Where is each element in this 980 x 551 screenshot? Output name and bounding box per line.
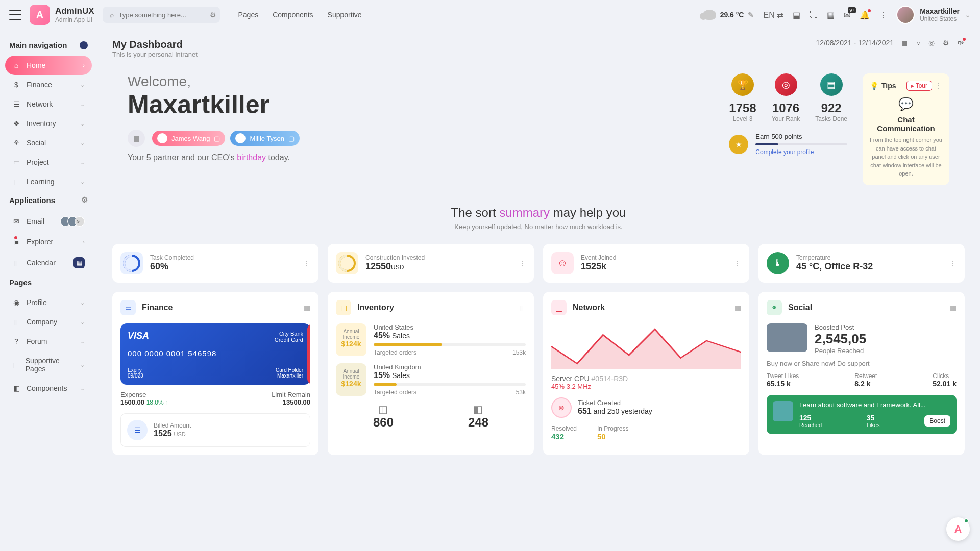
credit-card[interactable]: VISA City BankCredit Card 000 0000 0001 … xyxy=(120,323,310,385)
user-menu[interactable]: Maxartkiller United States ⌄ xyxy=(896,6,971,24)
income-box-2: AnnualIncome$124k xyxy=(336,363,366,396)
learn-image xyxy=(773,401,793,421)
welcome-name: Maxartkiller xyxy=(128,90,714,119)
next-card[interactable] xyxy=(307,323,310,385)
progress-bar xyxy=(755,143,847,145)
user-name: Maxartkiller xyxy=(920,7,960,15)
nav-section-pages: Pages xyxy=(9,278,32,287)
menu-toggle[interactable] xyxy=(9,10,21,20)
earn-points[interactable]: ★ Earn 500 points Complete your profile xyxy=(729,133,847,156)
sidebar-item-learning[interactable]: ▤Learning⌄ xyxy=(5,172,92,191)
expand-icon[interactable]: ▦ xyxy=(519,304,526,312)
invest-ring-icon xyxy=(336,252,358,274)
ticket-created: ⊛Ticket Created651 and 250 yesterday xyxy=(551,397,741,418)
notifications-icon[interactable]: 🔔 xyxy=(860,10,870,20)
date-range[interactable]: 12/08/2021 - 12/14/2021 xyxy=(816,39,894,47)
fullscreen-icon[interactable]: ⛶ xyxy=(810,10,818,19)
sidebar-item-forum[interactable]: ?Forum⌄ xyxy=(5,332,92,351)
search-input[interactable] xyxy=(119,11,205,19)
filter-icon-2[interactable]: ▿ xyxy=(917,39,920,47)
inventory-shipments: ◧248 xyxy=(468,403,488,430)
people-icon: ⚭ xyxy=(767,300,782,315)
billed-amount: ☰Billed Amount1525 USD xyxy=(120,413,310,447)
sidebar-item-explorer[interactable]: ▣Explorer› xyxy=(5,232,92,252)
finance-card: ▭Finance▦ VISA City BankCredit Card 000 … xyxy=(112,292,318,455)
stat-tasks: ▤922Tasks Done xyxy=(815,73,847,122)
email-avatars: 9+ xyxy=(63,216,85,227)
help-ring-icon[interactable]: ◎ xyxy=(928,39,935,47)
summary-title: The sort summary may help you xyxy=(112,206,965,220)
search-box[interactable]: ⌕ ⚙ xyxy=(103,7,220,23)
cloud-download-icon[interactable]: ⬓ xyxy=(793,10,800,20)
settings-icon[interactable]: ⚙ xyxy=(81,195,88,205)
stat-resolved: Resolved432 xyxy=(551,425,577,441)
sidebar-item-social[interactable]: ⚘Social⌄ xyxy=(5,133,92,153)
package-icon: ◫ xyxy=(373,403,394,415)
more-icon[interactable]: ⋮ xyxy=(879,10,887,20)
sidebar-item-components[interactable]: ◧Components⌄ xyxy=(5,379,92,398)
gear-icon[interactable]: ⚙ xyxy=(943,39,949,47)
chevron-down-icon: ⌄ xyxy=(965,11,971,19)
chevron-right-icon: › xyxy=(83,62,85,68)
nav-supportive[interactable]: Supportive xyxy=(328,11,362,19)
truck-icon: ◧ xyxy=(468,403,488,415)
profile-icon: ◉ xyxy=(12,298,20,307)
more-icon[interactable]: ⋮ xyxy=(303,259,310,267)
boost-button[interactable]: Boost xyxy=(924,415,950,427)
tour-button[interactable]: ▸ Tour xyxy=(906,81,932,91)
partner-text: Your 5 partner and our CEO's birthday to… xyxy=(128,153,714,162)
sidebar-item-supportive[interactable]: ▤Supportive Pages⌄ xyxy=(5,351,92,379)
cart-icon[interactable]: 🛍 xyxy=(958,39,965,47)
search-icon: ⌕ xyxy=(110,11,114,19)
book-icon: ▤ xyxy=(12,178,20,186)
sidebar-item-project[interactable]: ▭Project⌄ xyxy=(5,153,92,172)
sidebar-item-home[interactable]: ⌂Home› xyxy=(5,56,92,75)
sidebar-item-email[interactable]: ✉Email 9+ xyxy=(5,211,92,232)
more-icon[interactable]: ⋮ xyxy=(734,259,741,267)
checklist-icon: ▤ xyxy=(820,73,843,96)
expand-icon[interactable]: ▦ xyxy=(304,304,310,312)
trophy-icon: 🏆 xyxy=(731,73,754,96)
expand-icon[interactable]: ▦ xyxy=(734,304,741,312)
calendar-day-icon: ▦ xyxy=(128,130,145,147)
partner-chip-2[interactable]: Millie Tyson▢ xyxy=(230,131,300,146)
brand-name: AdminUX xyxy=(55,6,94,16)
boosted-post-image xyxy=(767,323,807,352)
partner-chip-1[interactable]: James Wang▢ xyxy=(152,131,225,146)
nav-section-apps: Applications xyxy=(9,196,55,205)
social-card: ⚭Social▦ Boosted Post2,545,05People Reac… xyxy=(758,292,965,455)
mail-icon: ✉ xyxy=(12,217,20,226)
network-icon: ☰ xyxy=(12,100,20,108)
filter-icon[interactable]: ⚙ xyxy=(210,11,216,19)
stat-rank: ◎1076Your Rank xyxy=(772,73,800,122)
inventory-packages: ◫860 xyxy=(373,403,394,430)
sidebar-item-network[interactable]: ☰Network⌄ xyxy=(5,94,92,114)
tips-card: 💡Tips ▸ Tour⋮ 💬 Chat Communication From … xyxy=(863,73,949,185)
nav-components[interactable]: Components xyxy=(273,11,313,19)
sidebar-item-finance[interactable]: $Finance⌄ xyxy=(5,75,92,94)
nav-section-main: Main navigation xyxy=(9,41,67,49)
brand-sub: Admin App UI xyxy=(55,16,94,23)
brand[interactable]: A AdminUX Admin App UI xyxy=(30,5,94,25)
inventory-card: ◫Inventory▦ AnnualIncome$124k United Sta… xyxy=(328,292,534,455)
expand-icon[interactable]: ▦ xyxy=(950,304,957,312)
sidebar-item-inventory[interactable]: ❖Inventory⌄ xyxy=(5,114,92,133)
more-icon[interactable]: ⋮ xyxy=(519,259,526,267)
task-ring-icon xyxy=(120,252,143,274)
sidebar-item-calendar[interactable]: ▦Calendar▦ xyxy=(5,252,92,274)
more-icon[interactable]: ⋮ xyxy=(949,259,957,267)
calendar-icon: ▦ xyxy=(12,259,20,267)
cpu-label: Server CPU #0514-R3D xyxy=(551,374,741,383)
sidebar-item-company[interactable]: ▥Company⌄ xyxy=(5,312,92,332)
box-icon: ❖ xyxy=(12,119,20,128)
edit-icon[interactable]: ✎ xyxy=(748,11,754,19)
more-vert-icon[interactable]: ⋮ xyxy=(935,82,942,90)
user-circle-icon[interactable] xyxy=(80,41,88,49)
calendar-picker-icon[interactable]: ▦ xyxy=(902,39,909,47)
messages-icon[interactable]: ✉9+ xyxy=(844,10,850,20)
cloud-icon xyxy=(703,10,716,20)
nav-pages[interactable]: Pages xyxy=(238,11,259,19)
apps-icon[interactable]: ▦ xyxy=(827,10,835,20)
language-switch[interactable]: EN ⇄ xyxy=(763,10,783,20)
sidebar-item-profile[interactable]: ◉Profile⌄ xyxy=(5,293,92,312)
